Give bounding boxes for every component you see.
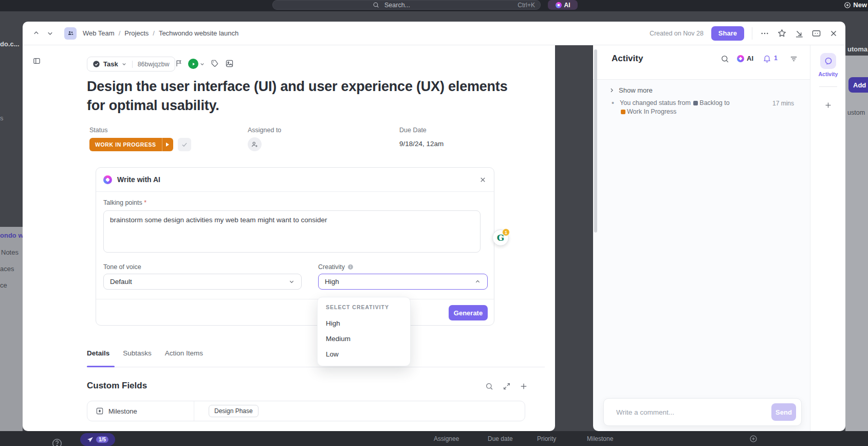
prev-task-button[interactable] (32, 29, 40, 37)
topbar-ai-label: AI (564, 2, 570, 9)
scrollbar-thumb[interactable] (594, 49, 597, 233)
milestone-icon (96, 407, 104, 415)
header-divider (752, 27, 752, 40)
talking-points-field[interactable]: brainstorm some design activities my web… (103, 210, 481, 253)
flag-icon[interactable] (175, 59, 183, 67)
breadcrumb-team[interactable]: Web Team (83, 29, 115, 37)
search-input[interactable] (383, 1, 460, 9)
task-check-icon (93, 60, 100, 68)
comment-box[interactable]: Send (603, 398, 802, 426)
custom-fields-search-icon[interactable] (485, 382, 493, 390)
onboarding-icon (87, 436, 94, 443)
custom-field-row[interactable]: Milestone Design Phase (87, 401, 525, 421)
plus-circle-icon (844, 2, 851, 9)
mark-complete-button[interactable] (178, 138, 191, 151)
bg-column-duedate: Due date (488, 435, 513, 442)
dropdown-option-low[interactable]: Low (326, 346, 410, 362)
dropdown-option-high[interactable]: High (326, 315, 410, 331)
talking-points-label: Talking points * (103, 199, 146, 206)
next-task-button[interactable] (46, 29, 54, 37)
filter-icon[interactable] (789, 55, 798, 63)
ai-panel-close-icon[interactable] (479, 176, 487, 184)
add-panel-icon[interactable] (824, 101, 833, 110)
minimize-corner-icon[interactable] (795, 29, 804, 38)
generate-button[interactable]: Generate (449, 305, 488, 320)
close-icon[interactable] (829, 29, 838, 38)
chevron-down-icon (288, 278, 295, 285)
due-date-value[interactable]: 9/18/24, 12am (399, 140, 444, 148)
assignee-add-icon[interactable] (248, 137, 262, 151)
grammarly-count-badge: 1 (502, 228, 510, 236)
help-icon[interactable] (51, 438, 63, 446)
creativity-select[interactable]: High (318, 274, 488, 290)
task-id[interactable]: 86bwjqzbw (132, 61, 170, 68)
bg-custom-label: ustom (847, 109, 865, 116)
milestone-chip[interactable]: Design Phase (209, 405, 258, 417)
show-more-chevron-icon (608, 87, 615, 94)
required-mark: * (144, 199, 146, 206)
tab-subtasks[interactable]: Subtasks (123, 349, 152, 362)
tag-icon[interactable] (211, 59, 219, 67)
activity-ai-label[interactable]: AI (747, 55, 753, 62)
activity-panel: Activity AI 1 Show more • You changed st… (593, 45, 810, 431)
activity-ai-icon[interactable] (737, 55, 744, 62)
notification-bell-icon[interactable] (763, 54, 771, 63)
play-chevron-icon[interactable] (199, 61, 205, 67)
task-type-selector[interactable]: Task 86bwjqzbw (87, 57, 175, 72)
info-icon (347, 264, 354, 270)
tabs-divider (87, 367, 545, 367)
dropdown-option-medium[interactable]: Medium (326, 331, 410, 346)
more-options-icon[interactable] (760, 29, 769, 38)
tab-details[interactable]: Details (87, 349, 109, 362)
bg-column-priority: Priority (537, 435, 556, 442)
team-avatar-icon (64, 27, 77, 40)
add-field-icon[interactable] (519, 382, 528, 391)
task-type-label: Task (103, 60, 118, 68)
tab-action-items[interactable]: Action Items (165, 349, 203, 362)
talking-points-input[interactable]: brainstorm some design activities my web… (104, 211, 480, 252)
comment-input[interactable] (615, 408, 771, 417)
share-button[interactable]: Share (711, 26, 744, 41)
task-title[interactable]: Design the user interface (UI) and user … (87, 77, 525, 115)
expand-window-icon[interactable] (811, 28, 821, 38)
bg-automations-label: utoma (847, 45, 867, 53)
rail-divider (819, 86, 837, 87)
global-search[interactable]: Ctrl+K (272, 0, 541, 10)
topbar-ai-button[interactable]: AI (548, 0, 578, 10)
expand-fields-icon[interactable] (503, 382, 511, 390)
record-play-button[interactable] (188, 59, 198, 69)
activity-tab-tile[interactable] (820, 53, 836, 69)
bg-plus-circle-icon (749, 435, 758, 443)
activity-search-icon[interactable] (721, 55, 729, 63)
status-badge[interactable]: WORK IN PROGRESS (89, 138, 173, 151)
bg-column-milestone: Milestone (587, 435, 613, 442)
bg-bottom-bar: Assignee Due date Priority Milestone (0, 431, 868, 446)
send-button[interactable]: Send (771, 403, 796, 421)
cover-image-icon[interactable] (225, 59, 234, 68)
status-next-icon[interactable] (162, 138, 173, 151)
breadcrumb-projects[interactable]: Projects (124, 29, 149, 37)
status-label: Status (89, 127, 107, 134)
chevron-down-icon (121, 61, 127, 67)
task-main-pane: Task 86bwjqzbw Design the user interface… (23, 45, 555, 431)
event-text: You changed status from (620, 99, 691, 106)
onboarding-badge[interactable]: 1/5 (80, 433, 115, 446)
write-with-ai-panel: Write with AI Talking points * brainstor… (96, 167, 494, 326)
bg-ce-item: ce (0, 281, 7, 289)
favorite-star-icon[interactable] (777, 28, 787, 38)
custom-field-name-cell: Milestone (87, 407, 194, 415)
ai-panel-divider (96, 299, 494, 299)
tone-select[interactable]: Default (103, 274, 302, 290)
new-button[interactable]: New (844, 0, 868, 10)
sidebar-toggle-icon[interactable] (32, 57, 41, 65)
bg-sidebar-letter: s (0, 114, 4, 122)
wip-status-square (621, 110, 625, 114)
custom-field-value-cell[interactable]: Design Phase (194, 401, 525, 421)
show-more-toggle[interactable]: Show more (619, 86, 653, 94)
grammarly-widget[interactable]: G 1 (492, 229, 509, 246)
task-modal-header: Web Team / Projects / Techwondo website … (23, 22, 845, 45)
breadcrumb-list[interactable]: Techwondo website launch (159, 29, 238, 37)
creativity-label: Creativity (318, 263, 345, 271)
event-time: 17 mins (772, 100, 794, 107)
search-icon (373, 2, 379, 8)
